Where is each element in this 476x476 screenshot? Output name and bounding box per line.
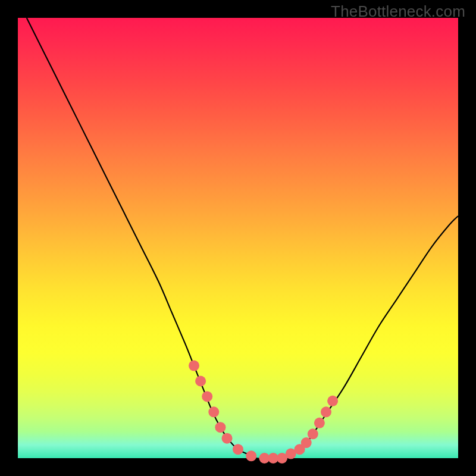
marker-dot	[215, 422, 226, 433]
marker-dot	[314, 418, 325, 428]
marker-dot	[327, 396, 338, 406]
marker-dot	[202, 391, 212, 402]
highlight-markers	[189, 361, 338, 464]
plot-area	[18, 18, 458, 458]
marker-dot	[246, 450, 256, 461]
bottleneck-curve	[27, 18, 458, 459]
marker-dot	[308, 428, 318, 439]
marker-dot	[189, 361, 199, 371]
watermark-text: TheBottleneck.com	[331, 2, 465, 21]
marker-dot	[222, 433, 233, 444]
marker-dot	[233, 444, 243, 455]
marker-dot	[195, 376, 206, 387]
curve-svg	[18, 18, 458, 458]
marker-dot	[208, 406, 219, 417]
marker-dot	[321, 406, 331, 417]
marker-dot	[301, 437, 312, 448]
chart-frame: TheBottleneck.com	[0, 0, 476, 476]
